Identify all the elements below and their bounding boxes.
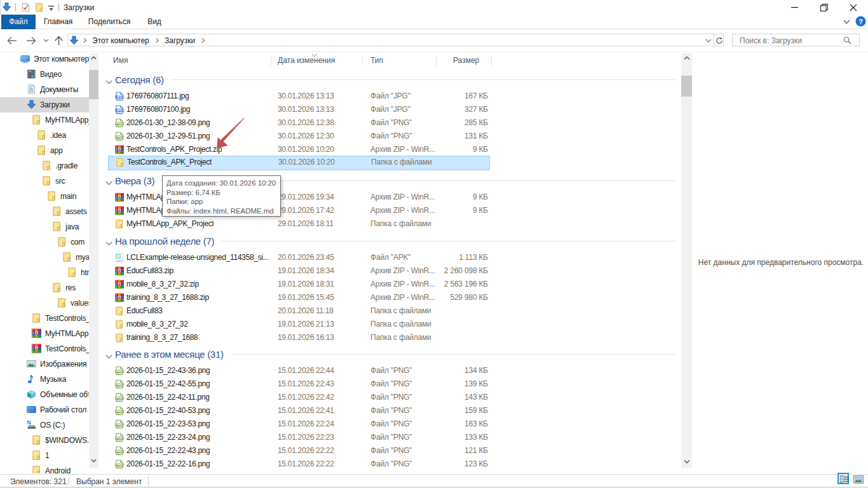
svg-text:?: ? bbox=[858, 18, 863, 25]
